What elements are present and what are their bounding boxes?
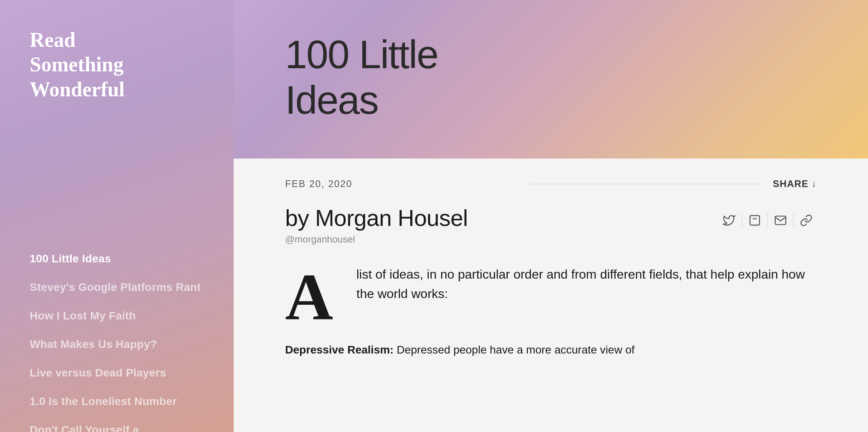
author-handle: @morganhousel [285,234,468,245]
share-divider-3 [793,213,794,227]
svg-rect-0 [750,216,760,225]
nav-item-dont-call-programmer[interactable]: Don't Call Yourself a Programmer [30,424,204,432]
site-title-line3: Wonderful [30,78,125,101]
share-button[interactable]: SHARE ↓ [773,178,817,189]
link-share-icon[interactable] [796,210,817,231]
article-body: FEB 20, 2020 SHARE ↓ by Morgan Housel @m… [234,159,868,432]
share-divider-1 [742,213,742,227]
drop-cap: A [285,269,333,325]
share-divider-2 [767,213,768,227]
date-divider [529,184,761,184]
share-icons [719,210,817,231]
nav-item-loneliest-number[interactable]: 1.0 Is the Loneliest Number [30,395,204,408]
author-section: by Morgan Housel @morganhousel [285,205,817,245]
nav-item-makes-us-happy[interactable]: What Makes Us Happy? [30,338,204,351]
twitter-share-icon[interactable] [719,210,739,231]
article-paragraph-1: Depressive Realism: Depressive Realism: … [285,341,817,359]
article-title: 100 Little Ideas [285,32,817,123]
article-intro: A list of ideas, in no particular order … [285,265,817,325]
article-content: Depressive Realism: Depressive Realism: … [285,341,817,359]
email-share-icon[interactable] [770,210,791,231]
author-info: by Morgan Housel @morganhousel [285,205,468,245]
article-header: 100 Little Ideas [234,0,868,159]
nav-list: 100 Little Ideas Stevey's Google Platfor… [30,252,204,432]
nav-item-google-platforms[interactable]: Stevey's Google Platforms Rant [30,281,204,294]
nav-item-live-dead-players[interactable]: Live versus Dead Players [30,367,204,379]
nav-item-100-little-ideas[interactable]: 100 Little Ideas [30,252,204,265]
facebook-share-icon[interactable] [744,210,765,231]
site-title-line2: Something [30,53,124,76]
sidebar: Read Something Wonderful 100 Little Idea… [0,0,234,432]
site-title-line1: Read [30,29,76,51]
site-title: Read Something Wonderful [30,28,204,102]
share-arrow: ↓ [812,179,817,189]
main-content: 100 Little Ideas FEB 20, 2020 SHARE ↓ by… [234,0,868,432]
article-meta: FEB 20, 2020 SHARE ↓ [285,178,817,189]
nav-item-lost-faith[interactable]: How I Lost My Faith [30,310,204,322]
intro-text: list of ideas, in no particular order an… [356,265,817,304]
article-date: FEB 20, 2020 [285,178,517,189]
author-name: by Morgan Housel [285,205,468,231]
